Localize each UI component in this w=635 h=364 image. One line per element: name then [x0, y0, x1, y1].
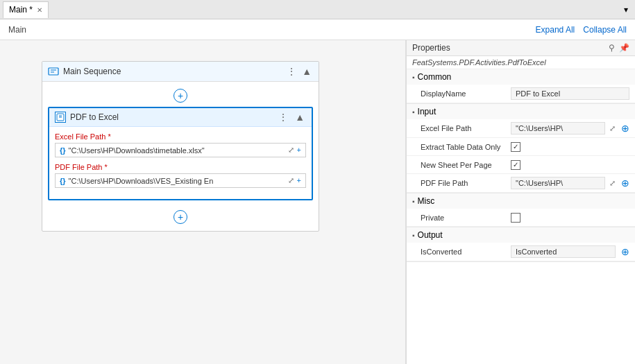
excel-path-add-icon[interactable]: ⊕	[621, 123, 629, 134]
activity-menu-dots[interactable]: ⋮	[277, 112, 289, 123]
tab-bar: Main * ✕ ▾	[0, 0, 635, 19]
extract-table-checkbox[interactable]	[511, 142, 520, 152]
pdf-path-value: "C:\Users\HP\ ⤢ ⊕	[511, 177, 629, 189]
private-label: Private	[421, 214, 511, 222]
tab-label: Main *	[9, 5, 33, 15]
displayname-text[interactable]: PDF to Excel	[511, 87, 629, 100]
prop-row-isconverted: IsConverted IsConverted ⊕	[407, 243, 635, 261]
isconverted-add-icon[interactable]: ⊕	[621, 246, 629, 257]
tab-close-icon[interactable]: ✕	[37, 6, 42, 14]
prop-row-excel-path: Excel File Path "C:\Users\HP\ ⤢ ⊕	[407, 119, 635, 138]
input-collapse-icon: ▪	[412, 108, 415, 116]
properties-header-actions: ⚲ 📌	[609, 43, 629, 53]
pdf-file-input[interactable]: {} "C:\Users\HP\Downloads\VES_Existing E…	[55, 173, 306, 188]
prop-group-common: ▪ Common DisplayName PDF to Excel	[407, 69, 635, 104]
properties-subtitle: FeatSystems.PDF.Activities.PdfToExcel	[407, 56, 635, 69]
misc-group-label: Misc	[418, 196, 435, 206]
activity-header: PDF to Excel ⋮ ▲	[49, 108, 312, 127]
extract-table-value	[511, 142, 629, 152]
displayname-value: PDF to Excel	[511, 87, 629, 100]
excel-file-value: "C:\Users\HP\Downloads\timetable.xlsx"	[69, 146, 285, 155]
pdf-path-add-icon[interactable]: ⊕	[621, 177, 629, 189]
input-group-label: Input	[418, 107, 437, 116]
excel-add-icon[interactable]: +	[297, 146, 301, 155]
output-collapse-icon: ▪	[412, 232, 415, 239]
plus-circle-top[interactable]: +	[173, 89, 187, 103]
collapse-all-button[interactable]: Collapse All	[583, 25, 627, 35]
pdf-add-icon[interactable]: +	[297, 176, 301, 185]
main-layout: Main Sequence ⋮ ▲ +	[0, 40, 635, 364]
isconverted-label: IsConverted	[421, 248, 511, 256]
plus-btn-bottom[interactable]: +	[42, 206, 319, 228]
isconverted-value: IsConverted ⊕	[511, 245, 629, 258]
new-sheet-label: New Sheet Per Page	[421, 161, 511, 169]
prop-row-pdf-path: PDF File Path "C:\Users\HP\ ⤢ ⊕	[407, 174, 635, 193]
output-group-label: Output	[418, 230, 443, 240]
common-group-label: Common	[418, 72, 452, 82]
sequence-menu-dots[interactable]: ⋮	[285, 66, 298, 77]
pdf-path-text[interactable]: "C:\Users\HP\	[511, 177, 605, 189]
extract-table-label: Extract Table Data Only	[421, 143, 511, 151]
properties-search-icon[interactable]: ⚲	[609, 43, 615, 53]
activity-title: PDF to Excel	[70, 112, 273, 122]
pdf-excel-icon	[56, 113, 65, 121]
pdf-file-label: PDF File Path *	[55, 163, 306, 171]
pdf-path-label: PDF File Path	[421, 179, 511, 187]
pdf-required-mark: *	[102, 163, 107, 171]
pdf-path-link-icon[interactable]: ⤢	[609, 179, 616, 188]
prop-row-new-sheet: New Sheet Per Page	[407, 156, 635, 174]
sequence-collapse-btn[interactable]: ▲	[300, 66, 313, 77]
breadcrumb: Main	[8, 25, 26, 35]
sequence-inner: + PDF to Excel	[42, 82, 319, 231]
plus-btn-top[interactable]: +	[42, 85, 319, 107]
excel-expand-icon[interactable]: ⤢	[288, 146, 294, 155]
new-sheet-checkbox[interactable]	[511, 160, 520, 170]
excel-curly-icon: {}	[60, 146, 66, 155]
prop-group-common-header[interactable]: ▪ Common	[407, 69, 635, 85]
tab-dropdown-icon[interactable]: ▾	[620, 3, 632, 16]
excel-field-actions: ⤢ +	[288, 146, 301, 155]
sequence-menu: ⋮ ▲	[285, 66, 313, 77]
private-value	[511, 213, 629, 223]
main-sequence: Main Sequence ⋮ ▲ +	[42, 61, 319, 232]
misc-collapse-icon: ▪	[412, 198, 415, 205]
properties-pin-icon[interactable]: 📌	[619, 43, 629, 53]
excel-path-value: "C:\Users\HP\ ⤢ ⊕	[511, 122, 629, 135]
isconverted-text[interactable]: IsConverted	[511, 245, 616, 258]
pdf-curly-icon: {}	[60, 177, 66, 185]
toolbar: Main Expand All Collapse All	[0, 19, 635, 40]
plus-circle-bottom[interactable]: +	[173, 210, 187, 224]
prop-row-private: Private	[407, 209, 635, 227]
main-tab[interactable]: Main * ✕	[3, 1, 49, 18]
activity-collapse-btn[interactable]: ▲	[294, 112, 306, 123]
sequence-header: Main Sequence ⋮ ▲	[42, 62, 319, 82]
prop-group-input: ▪ Input Excel File Path "C:\Users\HP\ ⤢ …	[407, 104, 635, 193]
sequence-icon	[48, 66, 59, 77]
excel-path-link-icon[interactable]: ⤢	[609, 124, 616, 133]
pdf-expand-icon[interactable]: ⤢	[288, 176, 294, 185]
prop-group-input-header[interactable]: ▪ Input	[407, 104, 635, 119]
excel-file-label: Excel File Path *	[55, 132, 306, 141]
prop-group-misc: ▪ Misc Private	[407, 193, 635, 227]
excel-path-text[interactable]: "C:\Users\HP\	[511, 122, 605, 135]
new-sheet-value	[511, 160, 629, 170]
common-collapse-icon: ▪	[412, 73, 415, 81]
canvas-area[interactable]: Main Sequence ⋮ ▲ +	[0, 40, 406, 364]
prop-row-displayname: DisplayName PDF to Excel	[407, 85, 635, 103]
prop-group-output-header[interactable]: ▪ Output	[407, 227, 635, 243]
toolbar-actions: Expand All Collapse All	[536, 25, 627, 35]
properties-panel: Properties ⚲ 📌 FeatSystems.PDF.Activitie…	[406, 40, 635, 364]
excel-file-input[interactable]: {} "C:\Users\HP\Downloads\timetable.xlsx…	[55, 143, 306, 157]
expand-all-button[interactable]: Expand All	[536, 25, 575, 35]
displayname-label: DisplayName	[421, 89, 511, 98]
private-checkbox[interactable]	[511, 213, 520, 223]
prop-group-output: ▪ Output IsConverted IsConverted ⊕	[407, 227, 635, 262]
prop-group-misc-header[interactable]: ▪ Misc	[407, 193, 635, 209]
activity-body: Excel File Path * {} "C:\Users\HP\Downlo…	[49, 127, 312, 199]
excel-required-mark: *	[105, 132, 110, 141]
canvas-scroll: Main Sequence ⋮ ▲ +	[0, 40, 405, 364]
properties-header: Properties ⚲ 📌	[407, 40, 635, 56]
pdf-file-value: "C:\Users\HP\Downloads\VES_Existing En	[69, 177, 285, 185]
properties-title: Properties	[412, 43, 450, 53]
svg-rect-0	[49, 68, 58, 75]
